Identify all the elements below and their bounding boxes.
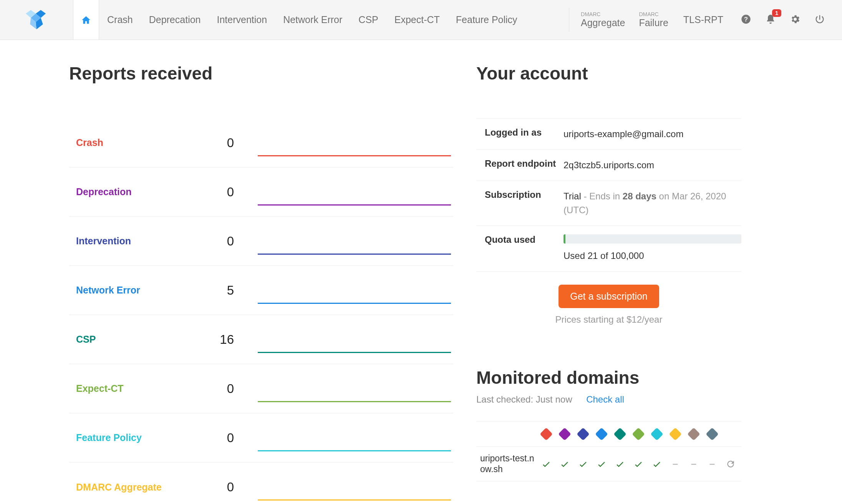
monitored-domain-name[interactable]: uriports-test.now.sh (476, 453, 537, 474)
diamond-icon (706, 428, 719, 441)
dmarc-small-label: DMARC (639, 11, 668, 17)
status-dash-icon: – (685, 458, 703, 470)
tab-deprecation[interactable]: Deprecation (141, 0, 209, 40)
subscription-prefix: Ends in (589, 191, 623, 201)
monitored-domains-subtitle: Last checked: Just now Check all (476, 394, 741, 405)
report-row-expect-ct[interactable]: Expect-CT 0 (69, 364, 453, 413)
report-label: Crash (76, 137, 209, 148)
status-check-icon (629, 459, 648, 469)
help-icon[interactable]: ? (741, 14, 751, 26)
report-row-feature-policy[interactable]: Feature Policy 0 (69, 413, 453, 463)
report-sparkline (258, 290, 451, 304)
col-header-icon (592, 429, 611, 439)
report-sparkline (258, 192, 451, 206)
status-dash-icon: – (666, 458, 685, 470)
status-check-icon (574, 459, 592, 469)
quota-bar-fill (564, 234, 565, 244)
status-check-icon (611, 459, 629, 469)
report-row-dmarc-aggregate[interactable]: DMARC Aggregate 0 (69, 463, 453, 504)
tab-crash[interactable]: Crash (99, 0, 141, 40)
report-row-crash[interactable]: Crash 0 (69, 118, 453, 167)
col-header-icon (666, 429, 685, 439)
account-title: Your account (476, 63, 741, 84)
tab-home[interactable] (73, 0, 99, 40)
nav-right: DMARC Aggregate DMARC Failure TLS-RPT ? … (564, 0, 842, 40)
tab-tls-rpt[interactable]: TLS-RPT (675, 0, 731, 40)
report-row-network-error[interactable]: Network Error 5 (69, 266, 453, 315)
tab-dmarc-aggregate[interactable]: DMARC Aggregate (574, 0, 632, 40)
report-count: 0 (209, 480, 237, 494)
account-row-quota: Quota used Used 21 of 100,000 (476, 226, 741, 272)
tab-dmarc-failure[interactable]: DMARC Failure (632, 0, 675, 40)
diamond-icon (632, 428, 645, 441)
report-label: Expect-CT (76, 383, 209, 394)
nav-icons: ? 1 (731, 0, 842, 40)
report-row-deprecation[interactable]: Deprecation 0 (69, 167, 453, 217)
quota-bar (564, 234, 741, 244)
report-row-intervention[interactable]: Intervention 0 (69, 217, 453, 266)
cta-subtext: Prices starting at $12/year (476, 314, 741, 325)
power-icon[interactable] (814, 14, 825, 26)
refresh-domain-button[interactable] (721, 459, 740, 469)
check-all-link[interactable]: Check all (586, 394, 624, 405)
nav-tabs: Crash Deprecation Intervention Network E… (73, 0, 525, 40)
logo[interactable] (0, 0, 73, 40)
report-count: 0 (209, 381, 237, 396)
svg-text:?: ? (744, 15, 748, 22)
tab-intervention[interactable]: Intervention (209, 0, 275, 40)
status-check-icon (592, 459, 611, 469)
monitored-domains-title: Monitored domains (476, 367, 741, 388)
reports-title: Reports received (69, 63, 453, 84)
diamond-icon (669, 428, 682, 441)
monitored-header-row (476, 421, 741, 447)
last-checked-value: Just now (536, 394, 572, 405)
account-label: Quota used (485, 234, 564, 263)
page-body: Reports received Crash 0 Deprecation 0 I… (0, 40, 842, 504)
report-label: DMARC Aggregate (76, 482, 209, 493)
report-label: Feature Policy (76, 432, 209, 443)
settings-icon[interactable] (790, 14, 801, 26)
account-label: Report endpoint (485, 158, 564, 172)
report-count: 5 (209, 283, 237, 298)
report-count: 0 (209, 136, 237, 150)
report-label: Network Error (76, 285, 209, 296)
reports-column: Reports received Crash 0 Deprecation 0 I… (69, 63, 453, 504)
tab-network-error[interactable]: Network Error (275, 0, 350, 40)
report-count: 0 (209, 185, 237, 199)
diamond-icon (595, 428, 608, 441)
col-header-icon (703, 429, 721, 439)
report-label: CSP (76, 334, 209, 345)
diamond-icon (540, 428, 553, 441)
report-sparkline (258, 438, 451, 451)
report-count: 0 (209, 431, 237, 445)
get-subscription-button[interactable]: Get a subscription (559, 285, 659, 308)
diamond-icon (687, 428, 700, 441)
report-sparkline (258, 339, 451, 353)
account-label: Subscription (485, 189, 564, 217)
report-sparkline (258, 143, 451, 156)
report-sparkline (258, 487, 451, 501)
quota-text: Used 21 of 100,000 (564, 250, 644, 261)
reports-list: Crash 0 Deprecation 0 Intervention 0 Net… (69, 118, 453, 504)
account-value: Used 21 of 100,000 (564, 234, 741, 263)
logo-icon (25, 10, 48, 30)
col-header-icon (537, 429, 555, 439)
tab-expect-ct[interactable]: Expect-CT (386, 0, 448, 40)
col-header-icon (574, 429, 592, 439)
diamond-icon (613, 428, 627, 441)
col-header-icon (648, 429, 666, 439)
subscription-dash: - (581, 191, 589, 201)
account-value: uriports-example@gmail.com (564, 127, 741, 141)
status-check-icon (648, 459, 666, 469)
report-row-csp[interactable]: CSP 16 (69, 315, 453, 364)
dmarc-small-label: DMARC (581, 11, 625, 17)
tab-feature-policy[interactable]: Feature Policy (448, 0, 525, 40)
account-value: Trial - Ends in 28 days on Mar 26, 2020 … (564, 189, 741, 217)
account-row-logged-in: Logged in as uriports-example@gmail.com (476, 119, 741, 150)
tab-csp[interactable]: CSP (350, 0, 386, 40)
account-label: Logged in as (485, 127, 564, 141)
notifications-icon[interactable]: 1 (765, 14, 776, 26)
subscription-plan: Trial (564, 191, 581, 201)
diamond-icon (558, 428, 571, 441)
dmarc-failure-label: Failure (639, 17, 668, 28)
